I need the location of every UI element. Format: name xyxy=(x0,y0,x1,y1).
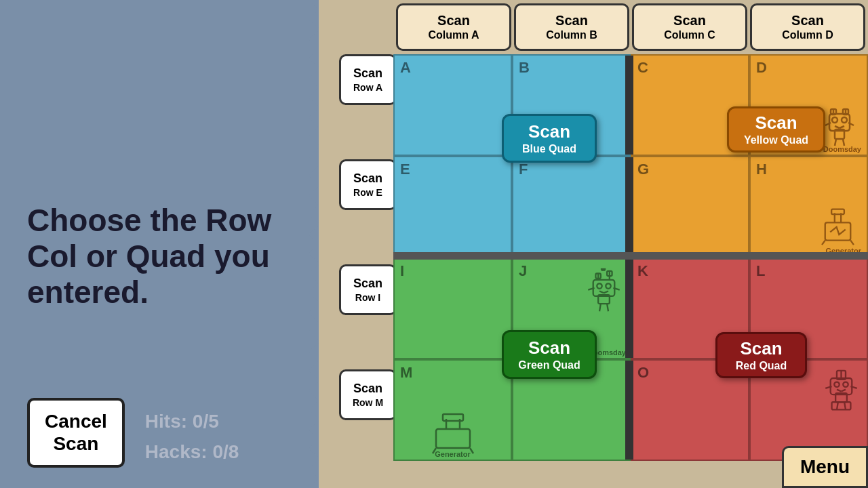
menu-button[interactable]: Menu xyxy=(782,446,868,488)
left-panel: Choose the Row Col or Quad you entered. … xyxy=(0,0,319,488)
scan-row-i-button[interactable]: Scan Row I xyxy=(339,264,397,315)
horizontal-divider xyxy=(393,252,868,260)
cell-a1: A xyxy=(393,54,512,156)
svg-rect-20 xyxy=(593,280,615,296)
svg-rect-38 xyxy=(436,429,470,448)
hits-stat: Hits: 0/5 xyxy=(145,407,239,437)
svg-point-46 xyxy=(843,382,848,387)
generator-icon-m1 xyxy=(426,409,480,456)
scan-green-quad-button[interactable]: Scan Green Quad xyxy=(502,330,597,379)
generator-label-m1: Generator xyxy=(435,450,471,458)
svg-line-24 xyxy=(604,291,609,293)
svg-line-29 xyxy=(607,304,608,311)
cell-h1: H Generator xyxy=(749,156,868,258)
svg-line-3 xyxy=(835,126,840,128)
svg-point-22 xyxy=(606,283,610,288)
scan-column-b-button[interactable]: Scan Column B xyxy=(514,3,629,51)
doomsday-icon-p1 xyxy=(819,364,863,418)
cancel-scan-button[interactable]: Cancel Scan xyxy=(27,398,125,468)
scan-blue-quad-button[interactable]: Scan Blue Quad xyxy=(502,114,597,163)
scan-column-c-button[interactable]: Scan Column C xyxy=(632,3,747,51)
svg-line-48 xyxy=(842,390,846,392)
cell-f1: F xyxy=(512,156,631,258)
svg-line-18 xyxy=(822,241,825,245)
cell-e1: E xyxy=(393,156,512,258)
svg-rect-17 xyxy=(831,209,844,215)
instruction-text: Choose the Row Col or Quad you entered. xyxy=(27,203,292,310)
svg-line-52 xyxy=(837,402,838,409)
svg-point-2 xyxy=(842,117,847,123)
cell-g1: G xyxy=(631,156,749,258)
svg-line-19 xyxy=(850,241,854,245)
scan-red-quad-button[interactable]: Scan Red Quad xyxy=(715,332,807,378)
right-panel: Scan Column A Scan Column B Scan Column … xyxy=(319,0,868,488)
svg-rect-44 xyxy=(831,378,852,394)
cell-m1: M Generator xyxy=(393,359,512,461)
svg-point-45 xyxy=(834,382,839,387)
scan-yellow-quad-button[interactable]: Scan Yellow Quad xyxy=(727,106,825,152)
scan-column-d-button[interactable]: Scan Column D xyxy=(750,3,865,51)
stats-panel: Hits: 0/5 Hacks: 0/8 xyxy=(145,407,239,468)
svg-point-21 xyxy=(597,283,601,288)
scan-row-m-button[interactable]: Scan Row M xyxy=(339,369,397,420)
svg-point-1 xyxy=(832,117,837,123)
hacks-stat: Hacks: 0/8 xyxy=(145,437,239,468)
generator-icon-h1 xyxy=(812,199,863,253)
svg-line-23 xyxy=(599,291,604,293)
game-area: Scan Column A Scan Column B Scan Column … xyxy=(339,0,868,488)
scan-column-a-button[interactable]: Scan Column A xyxy=(396,3,511,51)
svg-line-53 xyxy=(844,402,846,409)
doomsday-label-d1: Doomsday xyxy=(823,145,861,153)
svg-line-47 xyxy=(837,390,842,392)
svg-line-28 xyxy=(599,304,601,311)
scan-row-a-button[interactable]: Scan Row A xyxy=(339,54,397,105)
scan-row-e-button[interactable]: Scan Row E xyxy=(339,159,397,210)
svg-line-4 xyxy=(840,126,844,128)
cell-i1: I xyxy=(393,258,512,359)
doomsday-icon-j1 xyxy=(582,266,626,317)
svg-rect-56 xyxy=(832,402,851,409)
